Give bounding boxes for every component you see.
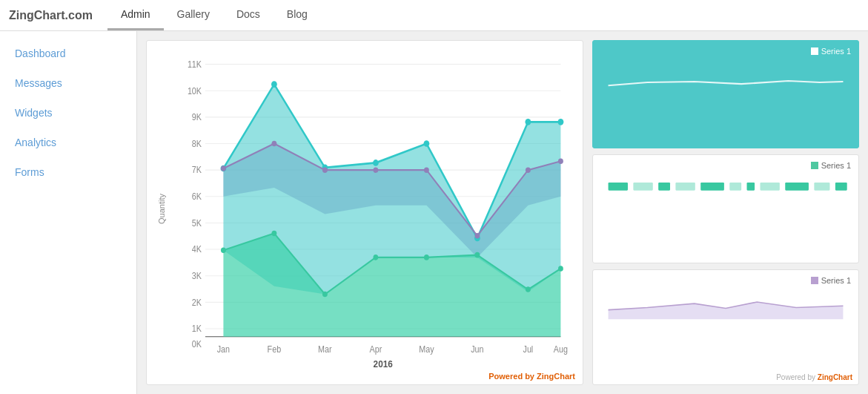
svg-point-52	[221, 247, 226, 253]
logo: ZingChart.com	[9, 9, 93, 22]
svg-text:11K: 11K	[188, 59, 202, 69]
y-axis-label-area: Quantity	[154, 48, 169, 369]
sidebar-item-widgets[interactable]: Widgets	[0, 98, 136, 128]
svg-point-59	[558, 266, 563, 272]
mini-chart-legend-3: Series 1	[811, 276, 851, 285]
svg-text:2K: 2K	[192, 298, 202, 307]
nav-tabs: Admin Gallery Docs Blog	[107, 0, 321, 30]
sidebar: Dashboard Messages Widgets Analytics For…	[0, 31, 137, 394]
nav-tab-docs[interactable]: Docs	[223, 0, 274, 30]
svg-point-57	[474, 252, 480, 258]
mini-chart-card-2: Series 1	[592, 154, 859, 263]
mini-chart-legend-1: Series 1	[811, 47, 851, 56]
svg-rect-63	[675, 183, 695, 191]
svg-point-55	[373, 255, 378, 260]
mini-chart-legend-2: Series 1	[811, 161, 851, 170]
svg-text:4K: 4K	[192, 245, 202, 255]
svg-text:May: May	[419, 345, 434, 355]
mini-chart-svg-2	[600, 162, 851, 214]
svg-text:Apr: Apr	[370, 345, 382, 355]
svg-text:1K: 1K	[192, 324, 202, 334]
chart-inner: 11K 10K 9K 8K 7K 6K 5K 4K 3K 2K 1K 0K Ja…	[169, 48, 575, 369]
right-panel: Series 1 Series 1	[592, 40, 859, 385]
svg-text:Mar: Mar	[318, 345, 332, 355]
y-axis-label: Quantity	[157, 194, 166, 224]
svg-text:5K: 5K	[192, 218, 202, 228]
svg-rect-70	[835, 183, 847, 191]
svg-rect-61	[633, 183, 652, 191]
svg-text:Feb: Feb	[268, 345, 282, 355]
svg-text:10K: 10K	[188, 86, 202, 96]
svg-text:3K: 3K	[192, 272, 202, 281]
svg-text:Jan: Jan	[217, 345, 230, 355]
sidebar-item-messages[interactable]: Messages	[0, 68, 136, 98]
svg-rect-66	[747, 183, 755, 191]
svg-point-53	[271, 231, 276, 237]
svg-point-49	[474, 233, 480, 239]
svg-point-44	[221, 165, 226, 171]
svg-point-48	[424, 167, 429, 173]
legend-box-2	[811, 162, 818, 169]
svg-marker-71	[609, 302, 844, 319]
svg-rect-60	[609, 183, 628, 191]
top-navigation: ZingChart.com Admin Gallery Docs Blog	[0, 0, 868, 31]
svg-rect-68	[785, 183, 809, 191]
svg-text:Jun: Jun	[471, 345, 483, 355]
content-area: Quantity	[137, 31, 868, 394]
svg-point-50	[526, 167, 531, 173]
svg-point-37	[271, 81, 277, 88]
sidebar-item-dashboard[interactable]: Dashboard	[0, 39, 136, 68]
svg-text:0K: 0K	[192, 339, 202, 349]
chart-wrapper: Quantity	[154, 48, 575, 369]
svg-text:7K: 7K	[192, 165, 202, 175]
nav-tab-blog[interactable]: Blog	[274, 0, 321, 30]
mini-chart-card-1: Series 1	[592, 40, 859, 148]
nav-tab-gallery[interactable]: Gallery	[164, 0, 223, 30]
sidebar-item-analytics[interactable]: Analytics	[0, 128, 136, 157]
nav-tab-admin[interactable]: Admin	[107, 0, 164, 30]
footer-text: Powered by	[488, 372, 537, 381]
svg-point-45	[271, 141, 276, 147]
legend-box-1	[811, 47, 818, 55]
svg-text:8K: 8K	[192, 139, 202, 148]
svg-point-58	[526, 286, 531, 292]
svg-point-51	[558, 159, 563, 165]
svg-point-42	[525, 119, 531, 125]
svg-rect-62	[658, 183, 670, 191]
svg-text:Aug: Aug	[554, 345, 568, 355]
svg-point-39	[373, 160, 379, 166]
svg-rect-65	[729, 183, 741, 191]
main-chart-svg: 11K 10K 9K 8K 7K 6K 5K 4K 3K 2K 1K 0K Ja…	[169, 48, 575, 369]
svg-text:6K: 6K	[192, 192, 202, 202]
mini-chart-svg-1	[600, 48, 851, 115]
mini-chart-card-3: Series 1 Powered by ZingChart	[592, 269, 859, 385]
legend-box-3	[811, 277, 818, 284]
sidebar-item-forms[interactable]: Forms	[0, 157, 136, 187]
mini-footer-3: Powered by ZingChart	[776, 373, 852, 381]
footer-brand: ZingChart	[537, 372, 575, 381]
svg-rect-69	[814, 183, 829, 191]
svg-point-43	[558, 119, 564, 125]
svg-rect-67	[760, 183, 779, 191]
main-chart-container: Quantity	[146, 40, 583, 385]
svg-point-47	[373, 167, 378, 173]
svg-point-54	[322, 292, 328, 298]
main-layout: Dashboard Messages Widgets Analytics For…	[0, 31, 868, 394]
svg-text:2016: 2016	[374, 358, 393, 369]
svg-rect-64	[700, 183, 724, 191]
svg-text:9K: 9K	[192, 113, 202, 122]
svg-text:Jul: Jul	[523, 345, 534, 355]
svg-point-46	[322, 167, 328, 173]
chart-footer: Powered by ZingChart	[154, 372, 575, 381]
svg-point-56	[424, 255, 429, 260]
svg-point-40	[423, 140, 429, 147]
